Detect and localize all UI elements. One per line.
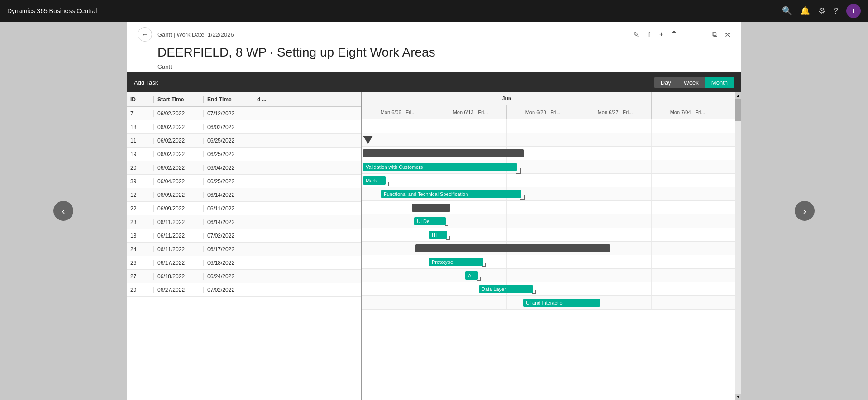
week-col-3: Mon 6/27 - Fri...	[579, 105, 652, 119]
col-start-header: Start Time	[154, 96, 204, 103]
table-row[interactable]: 1906/02/202206/25/2022	[127, 148, 361, 161]
week-col-2: Mon 6/20 - Fri...	[507, 105, 579, 119]
table-row[interactable]: 3906/04/202206/25/2022	[127, 175, 361, 188]
table-row[interactable]: 2706/18/202206/24/2022	[127, 270, 361, 283]
share-icon[interactable]: ⇧	[646, 30, 652, 39]
col-id-header: ID	[127, 96, 154, 103]
table-row[interactable]: 1206/09/202206/14/2022	[127, 188, 361, 202]
timeline-row	[362, 119, 741, 133]
left-sidebar: ‹	[0, 22, 127, 400]
avatar[interactable]: I	[846, 4, 861, 18]
scroll-down[interactable]: ▼	[735, 394, 741, 400]
help-icon[interactable]: ?	[834, 6, 838, 16]
settings-icon[interactable]: ⚙	[818, 6, 825, 16]
gantt-bar-26[interactable]: A	[465, 271, 478, 280]
prev-arrow[interactable]: ‹	[53, 201, 73, 221]
app-title: Dynamics 365 Business Central	[7, 7, 782, 14]
gantt-toolbar: Add Task Day Week Month	[127, 72, 741, 92]
header-icons: ✎ ⇧ + 🗑 ⧉ ⤱	[633, 30, 730, 39]
table-row[interactable]: 706/02/202207/12/2022	[127, 107, 361, 120]
table-row[interactable]: 2306/11/202206/14/2022	[127, 215, 361, 229]
gantt-container: Add Task Day Week Month ID Start Time	[127, 72, 741, 400]
edit-icon[interactable]: ✎	[633, 30, 639, 39]
month-jun: Jun	[362, 92, 652, 105]
gantt-bar-22[interactable]: UI De	[414, 217, 446, 225]
nav-icons: 🔍 🔔 ⚙ ? I	[782, 4, 861, 18]
scrollbar[interactable]: ▲ ▼	[735, 92, 741, 400]
gantt-left-panel: ID Start Time End Time d ... 706/02/2022…	[127, 92, 362, 400]
table-row[interactable]: 1806/02/202206/02/2022	[127, 120, 361, 134]
timeline-row	[362, 269, 741, 282]
search-icon[interactable]: 🔍	[782, 6, 792, 16]
add-task-button[interactable]: Add Task	[134, 79, 158, 86]
gantt-bar-11[interactable]	[363, 149, 524, 157]
col-end-header: End Time	[204, 96, 253, 103]
gantt-bar-19[interactable]: Validation with Customers	[363, 163, 517, 171]
day-view-button[interactable]: Day	[654, 77, 677, 88]
table-row[interactable]: 1306/11/202207/02/2022	[127, 229, 361, 243]
table-row[interactable]: 1106/02/202206/25/2022	[127, 134, 361, 148]
main-layout: ‹ ← Gantt | Work Date: 1/22/2026 ✎ ⇧ + 🗑…	[0, 22, 868, 400]
gantt-bar-23[interactable]: HT	[429, 231, 447, 239]
col-extra-header: d ...	[253, 96, 361, 103]
gantt-bar-29[interactable]: UI and Interactio	[523, 299, 600, 307]
month-view-button[interactable]: Month	[705, 77, 734, 88]
month-jul	[652, 92, 724, 105]
expand-icon[interactable]: ⧉	[712, 30, 717, 38]
right-sidebar: ›	[741, 22, 868, 400]
timeline-row	[362, 133, 741, 147]
week-col-1: Mon 6/13 - Fri...	[434, 105, 507, 119]
gantt-inner: Add Task Day Week Month ID Start Time	[127, 72, 741, 400]
scroll-up[interactable]: ▲	[735, 92, 741, 99]
breadcrumb: Gantt | Work Date: 1/22/2026	[157, 31, 234, 38]
fullscreen-icon[interactable]: ⤱	[725, 30, 730, 39]
week-col-0: Mon 6/06 - Fri...	[362, 105, 434, 119]
gantt-header-row: ID Start Time End Time d ...	[127, 92, 361, 107]
week-header-row: Mon 6/06 - Fri... Mon 6/13 - Fri... Mon …	[362, 105, 741, 119]
top-navbar: Dynamics 365 Business Central 🔍 🔔 ⚙ ? I	[0, 0, 868, 22]
timeline-body: Validation with Customers Mark Functiona…	[362, 119, 741, 310]
bell-icon[interactable]: 🔔	[800, 6, 810, 16]
gantt-table-wrapper: ID Start Time End Time d ... 706/02/2022…	[127, 92, 741, 400]
gantt-bar-13[interactable]	[415, 244, 610, 252]
week-view-button[interactable]: Week	[677, 77, 705, 88]
gantt-bar-12[interactable]	[412, 204, 450, 212]
page-header-top: ← Gantt | Work Date: 1/22/2026 ✎ ⇧ + 🗑 ⧉…	[138, 27, 730, 42]
content-area: ← Gantt | Work Date: 1/22/2026 ✎ ⇧ + 🗑 ⧉…	[127, 22, 741, 400]
table-row[interactable]: 2206/09/202206/11/2022	[127, 202, 361, 215]
view-buttons: Day Week Month	[654, 77, 734, 88]
page-title: DEERFIELD, 8 WP · Setting up Eight Work …	[157, 45, 730, 60]
gantt-bar-20[interactable]: Mark	[363, 176, 386, 185]
timeline-row	[362, 228, 741, 242]
table-row[interactable]: 2006/02/202206/04/2022	[127, 161, 361, 175]
week-col-4: Mon 7/04 - Fri...	[652, 105, 724, 119]
table-row[interactable]: 2406/11/202206/17/2022	[127, 243, 361, 256]
delete-icon[interactable]: 🗑	[671, 30, 678, 38]
timeline-row	[362, 255, 741, 269]
scrollbar-thumb[interactable]	[735, 99, 741, 121]
timeline-row	[362, 282, 741, 296]
table-row[interactable]: 2606/17/202206/18/2022	[127, 256, 361, 270]
timeline-inner: Jun Mon 6/06 - Fri... Mon 6/13 - Fri... …	[362, 92, 741, 400]
table-row[interactable]: 2906/27/202207/02/2022	[127, 283, 361, 297]
gantt-right-panel: Jun Mon 6/06 - Fri... Mon 6/13 - Fri... …	[362, 92, 741, 400]
page-header: ← Gantt | Work Date: 1/22/2026 ✎ ⇧ + 🗑 ⧉…	[127, 22, 741, 72]
back-button[interactable]: ←	[138, 27, 152, 42]
gantt-bar-39[interactable]: Functional and Technical Specification	[381, 190, 521, 198]
gantt-section-label: Gantt	[157, 63, 730, 70]
timeline-row	[362, 174, 741, 187]
gantt-bar-27[interactable]: Data Layer	[479, 285, 533, 293]
gantt-bar-24[interactable]: Prototype	[429, 258, 483, 266]
add-icon[interactable]: +	[659, 30, 663, 38]
next-arrow[interactable]: ›	[795, 201, 815, 221]
month-header-row: Jun	[362, 92, 741, 105]
